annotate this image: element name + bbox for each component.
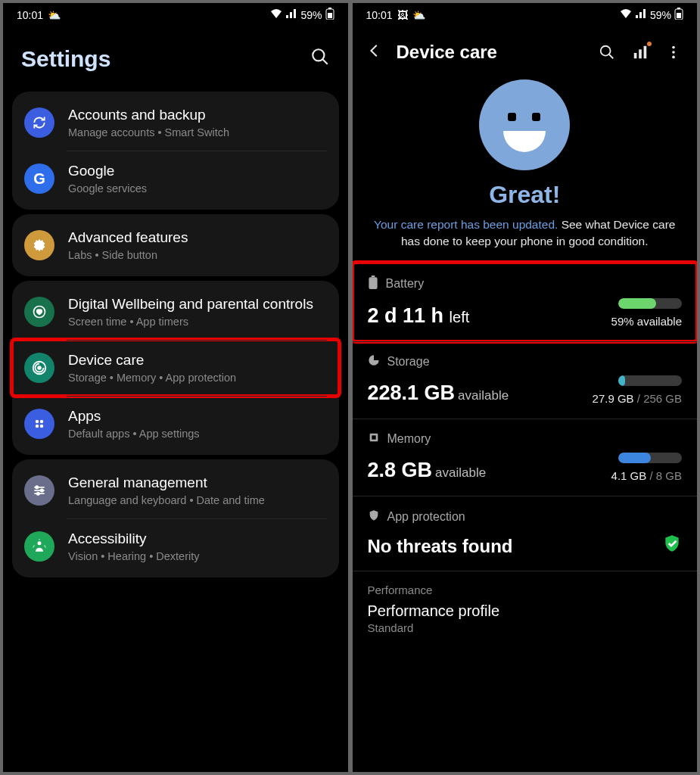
row-subtitle: Screen time • App timers [68, 316, 327, 328]
memory-icon [368, 431, 380, 447]
battery-icon [325, 8, 334, 22]
row-title: Accounts and backup [68, 107, 327, 123]
storage-icon [368, 354, 380, 369]
settings-row-accounts[interactable]: Accounts and backupManage accounts • Sma… [12, 95, 339, 151]
svg-point-28 [672, 46, 675, 49]
more-icon[interactable] [664, 44, 683, 61]
row-title: Advanced features [68, 229, 327, 246]
device-care-screen: 10:01 🖼 ⛅ 59% Device care [353, 3, 698, 772]
page-title: Device care [397, 42, 584, 63]
happy-face-icon [479, 79, 570, 170]
storage-label: Storage [387, 355, 430, 369]
settings-row-devicecare[interactable]: Device careStorage • Memory • App protec… [12, 340, 339, 396]
page-title-row: Settings [3, 25, 348, 87]
grid4-icon [24, 409, 54, 439]
battery-label: Battery [386, 277, 425, 291]
svg-point-17 [41, 489, 43, 491]
row-subtitle: Manage accounts • Smart Switch [68, 126, 327, 139]
settings-screen: 10:01 ⛅ 59% Settings Accounts and backup… [3, 3, 348, 772]
G-icon: G [24, 163, 54, 194]
clock: 10:01 [17, 9, 43, 21]
svg-point-16 [36, 486, 38, 488]
status-bar: 10:01 🖼 ⛅ 59% [353, 3, 698, 25]
svg-rect-34 [372, 435, 375, 439]
battery-progress [618, 298, 682, 309]
app-protection-card[interactable]: App protection No threats found [353, 496, 698, 571]
settings-card: Accounts and backupManage accounts • Sma… [12, 92, 339, 210]
shield-check-icon [662, 533, 682, 557]
memory-used: 4.1 GB / 8 GB [611, 469, 682, 482]
svg-rect-26 [639, 49, 642, 58]
settings-row-google[interactable]: GGoogleGoogle services [12, 151, 339, 207]
row-title: Accessibility [68, 531, 327, 547]
row-title: Device care [68, 352, 327, 369]
row-subtitle: Labs • Side button [68, 249, 327, 261]
svg-rect-32 [369, 277, 377, 289]
settings-card: Digital Wellbeing and parental controlsS… [12, 281, 339, 455]
status-bar: 10:01 ⛅ 59% [3, 3, 348, 25]
battery-pct: 59% [650, 9, 671, 21]
battery-icon [368, 275, 378, 292]
wifi-icon [270, 8, 282, 21]
storage-progress [618, 375, 682, 386]
row-title: Digital Wellbeing and parental controls [68, 296, 327, 313]
svg-point-30 [672, 56, 675, 59]
svg-rect-2 [328, 13, 332, 18]
svg-line-4 [322, 59, 328, 64]
memory-card[interactable]: Memory 2.8 GBavailable 4.1 GB / 8 GB [353, 419, 698, 496]
svg-point-29 [672, 51, 675, 54]
page-title: Settings [21, 46, 110, 72]
heart-icon [24, 297, 54, 327]
weather-icon: ⛅ [48, 9, 61, 21]
gear-icon [24, 230, 54, 260]
svg-point-12 [40, 425, 44, 428]
svg-point-10 [40, 420, 44, 424]
svg-rect-22 [677, 13, 681, 18]
settings-card: General managementLanguage and keyboard … [12, 459, 339, 577]
status-word: Great! [353, 181, 698, 209]
svg-point-11 [36, 425, 39, 428]
performance-profile-row[interactable]: Performance profile Standard [353, 601, 698, 648]
shield-icon [368, 509, 380, 525]
back-icon[interactable] [366, 42, 383, 62]
storage-card[interactable]: Storage 228.1 GBavailable 27.9 GB / 256 … [353, 341, 698, 419]
weather-icon: ⛅ [412, 9, 425, 21]
settings-row-general[interactable]: General managementLanguage and keyboard … [12, 462, 339, 518]
memory-available: 2.8 GBavailable [368, 459, 487, 482]
signal-icon [635, 8, 647, 21]
spin-icon [24, 353, 54, 383]
signal-icon [285, 8, 297, 21]
status-summary: Great! Your care report has been updated… [353, 70, 698, 263]
settings-row-advanced[interactable]: Advanced featuresLabs • Side button [12, 217, 339, 273]
svg-point-23 [601, 46, 611, 56]
svg-point-18 [37, 493, 39, 495]
search-icon[interactable] [597, 44, 617, 61]
care-report-link[interactable]: Your care report has been updated. [374, 218, 558, 231]
performance-profile-value: Standard [368, 621, 683, 634]
row-title: Google [68, 163, 327, 179]
performance-section-label: Performance [353, 571, 698, 601]
svg-rect-31 [371, 275, 375, 277]
search-icon[interactable] [310, 46, 330, 72]
app-protection-label: App protection [387, 510, 465, 524]
app-protection-status: No threats found [368, 536, 513, 557]
row-subtitle: Language and keyboard • Date and time [68, 494, 327, 506]
person-icon [24, 531, 54, 562]
care-report-text: Your care report has been updated. See w… [353, 209, 698, 263]
settings-card: Advanced featuresLabs • Side button [12, 214, 339, 276]
memory-progress [618, 453, 682, 463]
svg-point-9 [36, 420, 39, 424]
row-subtitle: Vision • Hearing • Dexterity [68, 550, 327, 562]
svg-rect-27 [644, 46, 647, 59]
row-title: General management [68, 475, 327, 491]
row-subtitle: Google services [68, 182, 327, 195]
wifi-icon [620, 8, 632, 21]
battery-available: 59% available [611, 315, 682, 328]
settings-row-accessibility[interactable]: AccessibilityVision • Hearing • Dexterit… [12, 518, 339, 574]
settings-row-wellbeing[interactable]: Digital Wellbeing and parental controlsS… [12, 284, 339, 340]
settings-row-apps[interactable]: AppsDefault apps • App settings [12, 396, 339, 452]
topbar: Device care [353, 25, 698, 70]
battery-card[interactable]: Battery 2 d 11 h left 59% available [353, 263, 698, 341]
row-subtitle: Default apps • App settings [68, 428, 327, 440]
history-icon[interactable] [630, 44, 650, 61]
